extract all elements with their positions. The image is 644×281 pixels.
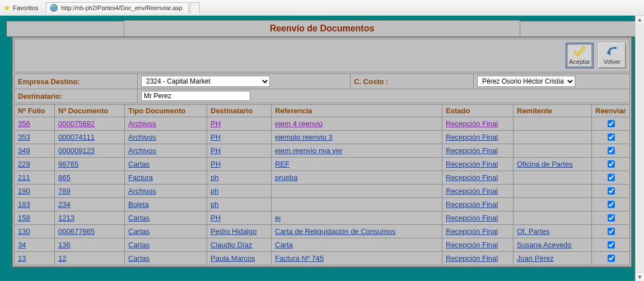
- estado-link[interactable]: Recepción Final: [446, 146, 498, 155]
- ndoc-link[interactable]: 789: [58, 187, 71, 195]
- remit-link[interactable]: Of. Partes: [517, 227, 550, 236]
- scroll-track[interactable]: [636, 24, 644, 273]
- tipo-link[interactable]: Factura: [128, 173, 153, 182]
- folio-link[interactable]: 158: [18, 214, 30, 222]
- ref-link[interactable]: ej: [275, 214, 281, 222]
- reenviar-checkbox[interactable]: [608, 187, 615, 195]
- reenviar-checkbox[interactable]: [608, 133, 615, 141]
- tipo-link[interactable]: Boleta: [128, 200, 149, 209]
- ndoc-link[interactable]: 865: [58, 173, 71, 182]
- remit-link[interactable]: Oficina de Partes: [517, 160, 573, 168]
- ref-link[interactable]: ejem reenvio nva ver: [275, 146, 343, 155]
- ref-link[interactable]: ejem 4 reenvio: [275, 119, 323, 128]
- tipo-link[interactable]: Cartas: [128, 227, 150, 236]
- ndoc-link[interactable]: 136: [58, 241, 71, 249]
- table-cell: 183: [15, 198, 55, 211]
- ndoc-link[interactable]: 1213: [58, 214, 74, 222]
- reenviar-checkbox[interactable]: [608, 228, 615, 235]
- new-tab-button[interactable]: [190, 2, 200, 13]
- folio-link[interactable]: 190: [18, 187, 30, 195]
- dest-link[interactable]: PH: [211, 160, 221, 168]
- estado-link[interactable]: Recepción Final: [446, 160, 498, 168]
- table-cell: Recepción Final: [442, 238, 514, 252]
- tipo-link[interactable]: Cartas: [128, 241, 150, 249]
- favorites-label[interactable]: Favoritos: [13, 4, 38, 11]
- browser-tab[interactable]: http://nb-ph2/Partes4/Doc_env/Reenviar.a…: [46, 2, 188, 13]
- table-cell: ejem reenvio nva ver: [272, 144, 442, 158]
- scroll-up-icon[interactable]: ▲: [636, 16, 644, 24]
- tipo-link[interactable]: Archivos: [128, 146, 156, 155]
- remit-link[interactable]: Juan Pérez: [517, 254, 554, 262]
- reenviar-checkbox[interactable]: [608, 241, 615, 248]
- ndoc-link[interactable]: 12: [58, 254, 66, 262]
- ndoc-link[interactable]: 000075692: [58, 119, 95, 128]
- estado-link[interactable]: Recepción Final: [446, 119, 498, 128]
- ndoc-link[interactable]: 000074111: [58, 133, 95, 141]
- estado-link[interactable]: Recepción Final: [446, 241, 498, 249]
- aceptar-button[interactable]: Aceptar: [566, 43, 594, 68]
- destinatario-input[interactable]: [141, 91, 250, 101]
- col-tipo: Tipo Documento: [125, 105, 207, 117]
- ndoc-link[interactable]: 234: [58, 200, 71, 209]
- estado-link[interactable]: Recepción Final: [446, 254, 498, 262]
- table-cell: REF: [272, 158, 442, 171]
- estado-link[interactable]: Recepción Final: [446, 227, 498, 236]
- ref-link[interactable]: Carta de Reliquidación de Consumos: [275, 227, 395, 236]
- tipo-link[interactable]: Archivos: [128, 187, 156, 195]
- dest-link[interactable]: PH: [211, 133, 221, 141]
- vertical-scrollbar[interactable]: ▲ ▼: [635, 16, 644, 281]
- estado-link[interactable]: Recepción Final: [446, 200, 498, 209]
- folio-link[interactable]: 349: [18, 146, 30, 155]
- dest-link[interactable]: ph: [211, 200, 218, 209]
- dest-link[interactable]: ph: [211, 187, 218, 195]
- ref-link[interactable]: Factura Nº 745: [275, 254, 324, 262]
- ccosto-select[interactable]: Pérez Osorio Héctor Cristian: [477, 76, 575, 87]
- folio-link[interactable]: 13: [18, 254, 26, 262]
- reenviar-checkbox[interactable]: [608, 160, 615, 168]
- dest-link[interactable]: Claudio Díaz: [211, 241, 252, 249]
- reenviar-checkbox[interactable]: [608, 120, 615, 127]
- dest-link[interactable]: ph: [211, 173, 218, 182]
- folio-link[interactable]: 130: [18, 227, 30, 236]
- reenviar-checkbox[interactable]: [608, 255, 615, 262]
- dest-link[interactable]: Paula Marcos: [211, 254, 255, 262]
- remit-link[interactable]: Susana Acevedo: [517, 241, 572, 249]
- folio-link[interactable]: 229: [18, 160, 30, 168]
- dest-link[interactable]: PH: [211, 214, 221, 222]
- tipo-link[interactable]: Cartas: [128, 214, 150, 222]
- ref-link[interactable]: Carta: [275, 241, 293, 249]
- ndoc-link[interactable]: 000677665: [58, 227, 95, 236]
- table-cell: [514, 144, 592, 158]
- tipo-link[interactable]: Cartas: [128, 160, 150, 168]
- tipo-link[interactable]: Cartas: [128, 254, 150, 262]
- folio-link[interactable]: 211: [18, 173, 30, 182]
- reenviar-checkbox[interactable]: [608, 147, 615, 154]
- table-cell: [514, 117, 592, 131]
- folio-link[interactable]: 356: [18, 119, 30, 128]
- estado-link[interactable]: Recepción Final: [446, 133, 498, 141]
- dest-link[interactable]: Pedro Hidalgo: [211, 227, 256, 236]
- ref-link[interactable]: ejemplo reenvio 3: [275, 133, 333, 141]
- ndoc-link[interactable]: 98765: [58, 160, 78, 168]
- folio-link[interactable]: 183: [18, 200, 30, 209]
- reenviar-checkbox[interactable]: [608, 174, 615, 181]
- estado-link[interactable]: Recepción Final: [446, 214, 498, 222]
- volver-button[interactable]: Volver: [598, 43, 626, 68]
- folio-link[interactable]: 353: [18, 133, 30, 141]
- table-cell: 34: [15, 238, 55, 252]
- dest-link[interactable]: PH: [211, 119, 221, 128]
- empresa-select[interactable]: 2324 - Capital Market: [141, 76, 270, 87]
- scroll-down-icon[interactable]: ▼: [636, 273, 644, 281]
- estado-link[interactable]: Recepción Final: [446, 187, 498, 195]
- ref-link[interactable]: prueba: [275, 173, 297, 182]
- dest-link[interactable]: PH: [211, 146, 221, 155]
- folio-link[interactable]: 34: [18, 241, 26, 249]
- reenviar-checkbox[interactable]: [608, 201, 615, 208]
- tipo-link[interactable]: Archivos: [128, 133, 156, 141]
- tipo-link[interactable]: Archivos: [128, 119, 156, 128]
- estado-link[interactable]: Recepción Final: [446, 173, 498, 182]
- reenviar-checkbox[interactable]: [608, 214, 615, 222]
- ndoc-link[interactable]: 000009123: [58, 146, 95, 155]
- ref-link[interactable]: REF: [275, 160, 290, 168]
- table-cell: Archivos: [125, 185, 207, 198]
